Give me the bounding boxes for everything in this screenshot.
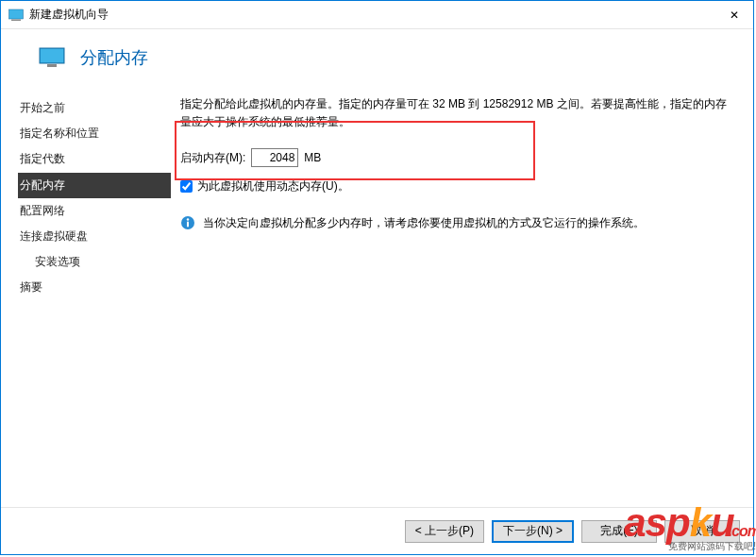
info-icon [180,215,195,230]
memory-unit: MB [304,151,321,164]
titlebar-text: 新建虚拟机向导 [29,7,715,23]
main-pane: 指定分配给此虚拟机的内存量。指定的内存量可在 32 MB 到 12582912 … [171,86,753,492]
dynamic-memory-checkbox[interactable] [180,180,193,193]
sidebar-item-summary[interactable]: 摘要 [18,275,171,300]
sidebar: 开始之前 指定名称和位置 指定代数 分配内存 配置网络 连接虚拟硬盘 安装选项 … [1,86,171,492]
sidebar-item-before-start[interactable]: 开始之前 [18,95,171,121]
info-row: 当你决定向虚拟机分配多少内存时，请考虑你要使用虚拟机的方式及它运行的操作系统。 [180,215,736,231]
cancel-button[interactable]: 取消 [664,520,740,543]
sidebar-item-networking[interactable]: 配置网络 [18,198,171,224]
prev-button[interactable]: < 上一步(P) [405,520,484,543]
sidebar-item-vhd[interactable]: 连接虚拟硬盘 [18,224,171,249]
svg-rect-5 [47,64,57,67]
next-button[interactable]: 下一步(N) > [492,520,574,543]
svg-rect-2 [11,19,21,21]
sidebar-item-name-location[interactable]: 指定名称和位置 [18,121,171,146]
info-text: 当你决定向虚拟机分配多少内存时，请考虑你要使用虚拟机的方式及它运行的操作系统。 [203,215,645,231]
dynamic-memory-label[interactable]: 为此虚拟机使用动态内存(U)。 [197,178,349,194]
svg-point-7 [187,219,189,221]
footer-bar: < 上一步(P) 下一步(N) > 完成(F) 取消 [1,507,753,554]
close-button[interactable]: ✕ [715,1,753,29]
dynamic-memory-row: 为此虚拟机使用动态内存(U)。 [180,178,736,194]
wizard-window: 新建虚拟机向导 ✕ 分配内存 开始之前 指定名称和位置 指定代数 分配内存 配置… [0,0,754,555]
titlebar: 新建虚拟机向导 ✕ [1,1,753,29]
page-title: 分配内存 [80,46,148,69]
startup-memory-label: 启动内存(M): [180,150,245,166]
body-area: 开始之前 指定名称和位置 指定代数 分配内存 配置网络 连接虚拟硬盘 安装选项 … [1,86,753,492]
monitor-icon [39,47,65,68]
finish-button[interactable]: 完成(F) [581,520,657,543]
sidebar-item-memory[interactable]: 分配内存 [18,173,171,198]
close-icon: ✕ [730,8,739,22]
svg-rect-1 [9,9,23,18]
svg-rect-8 [187,222,189,228]
sidebar-item-generation[interactable]: 指定代数 [18,146,171,172]
startup-memory-row: 启动内存(M): MB [180,148,736,167]
svg-rect-4 [41,49,63,62]
sidebar-subitem-install-options[interactable]: 安装选项 [18,249,171,275]
description-text: 指定分配给此虚拟机的内存量。指定的内存量可在 32 MB 到 12582912 … [180,95,736,131]
header-section: 分配内存 [1,29,753,86]
startup-memory-input[interactable] [251,148,298,167]
app-icon [8,8,24,23]
